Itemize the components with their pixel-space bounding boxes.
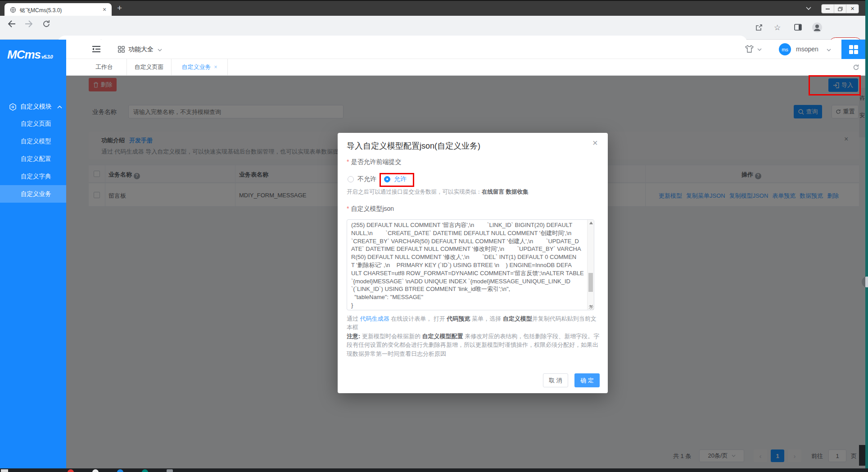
textarea-scrollbar[interactable] [587,220,594,310]
tab-close-icon[interactable]: × [214,64,217,70]
logo-text: MCms [7,48,41,61]
screen: 铭飞MCms(5.3.0) × + ✕ 不安全 [0,0,868,472]
taskbar-icon[interactable] [1,469,8,472]
tab-close-icon[interactable]: × [103,6,106,13]
sidebar-item-label: 自定义业务 [21,190,51,198]
sidebar-item-custom-config[interactable]: 自定义配置 [0,150,66,168]
sidebar-item-label: 自定义配置 [21,155,51,163]
browser-tab-strip: 铭飞MCms(5.3.0) × + ✕ [0,0,865,16]
taskbar-icon[interactable] [92,469,99,472]
theme-tshirt-icon[interactable] [745,45,754,53]
sidebar-item-custom-model[interactable]: 自定义模型 [0,132,66,150]
browser-tab-title: 铭飞MCms(5.3.0) [20,7,62,14]
sidebar-group-label: 自定义模块 [20,103,52,111]
model-json-content: (255) DEFAULT NULL COMMENT '留言内容',\n `LI… [351,221,586,309]
close-window-button[interactable]: ✕ [846,5,859,13]
sidebar-item-label: 自定义模型 [21,137,51,145]
side-panel-icon[interactable] [794,24,802,31]
app-logo[interactable]: MCmsv5.3.0 [7,48,53,62]
dialog-note: 通过 代码生成器 在线设计表单， 打开 代码预览 菜单，选择 自定义模型并复制代… [347,314,600,358]
minimize-button[interactable] [822,5,834,13]
top-menu-label[interactable]: 功能大全 [128,45,154,54]
scroll-thumb[interactable] [588,273,593,292]
annotation-allow-radio [380,173,414,187]
forward-icon[interactable] [24,20,33,28]
page-tab-label: 工作台 [95,63,113,71]
desktop-edge [865,0,868,472]
bookmark-star-icon[interactable]: ☆ [774,23,781,32]
taskbar-icon[interactable] [142,469,148,472]
radio-deny-label[interactable]: 不允许 [357,175,376,183]
globe-icon [10,7,16,13]
logo-version: v5.3.0 [41,54,53,59]
app-header: 功能大全 ms msopen [66,40,865,59]
taskbar-icon[interactable] [167,469,173,472]
sidebar-item-custom-business[interactable]: 自定义业务 [0,185,66,203]
dialog-close-icon[interactable]: × [592,138,598,148]
reload-icon[interactable] [42,20,50,28]
page-tab-label: 自定义业务 [181,63,211,71]
sidebar-group-custom-module[interactable]: 自定义模块 [0,98,66,115]
dialog-title: 导入自定义模型配置json(自定义业务) [347,141,480,151]
annotation-import-button [809,75,861,95]
collapse-sidebar-icon[interactable] [92,45,100,53]
window-controls: ✕ [821,4,859,14]
sidebar-item-custom-dict[interactable]: 自定义字典 [0,168,66,185]
chevron-down-icon[interactable] [827,49,831,51]
sidebar-item-custom-page[interactable]: 自定义页面 [0,115,66,132]
taskbar [0,468,868,472]
model-json-label: *自定义模型json [347,205,394,213]
page-tab-custom-page[interactable]: 自定义页面 [127,59,172,75]
chevron-up-icon [57,105,62,109]
confirm-button[interactable]: 确 定 [574,373,600,387]
back-icon[interactable] [7,20,16,28]
tab-list-chevron-icon[interactable] [806,7,811,10]
browser-toolbar: 不安全 192.168.0.62:8080/ms/index.do ☆ 更新 ⋮ [0,16,865,40]
app-launcher-button[interactable] [841,40,865,59]
share-icon[interactable] [755,23,763,32]
radio-deny[interactable] [348,176,354,182]
app-sidebar: MCmsv5.3.0 自定义模块 自定义页面 自定义模型 自定义配置 自定义字典… [0,40,66,468]
sidebar-item-label: 自定义页面 [21,120,51,128]
allow-submit-label: *是否允许前端提交 [347,158,401,166]
restore-button[interactable] [834,5,847,13]
new-tab-button[interactable]: + [117,3,122,13]
tabs-refresh-icon[interactable] [853,64,859,71]
page-tab-label: 自定义页面 [135,63,164,71]
cancel-button[interactable]: 取 消 [543,373,568,387]
resize-handle[interactable] [589,305,593,309]
apps-grid-icon [118,46,125,53]
browser-tab[interactable]: 铭飞MCms(5.3.0) × [5,3,112,17]
username[interactable]: msopen [796,45,818,53]
user-avatar[interactable]: ms [779,43,791,55]
profile-avatar-icon[interactable] [812,22,823,33]
module-cube-icon [9,103,17,111]
allow-submit-helper: 开启之后可以通过接口提交业务数据，可以实现类似：在线留言 数据收集 [347,188,528,196]
page-tab-workbench[interactable]: 工作台 [82,59,127,75]
page-tabs-row: 工作台 自定义页面 自定义业务 × [66,59,865,76]
taskbar-icon[interactable] [68,469,74,472]
sidebar-item-label: 自定义字典 [21,172,51,181]
chevron-down-icon[interactable] [158,49,162,51]
avatar-initials: ms [782,47,788,52]
import-model-dialog: 导入自定义模型配置json(自定义业务) × *是否允许前端提交 不允许 允许 … [338,133,608,393]
model-json-textarea[interactable]: (255) DEFAULT NULL COMMENT '留言内容',\n `LI… [347,219,594,310]
page-tab-custom-business[interactable]: 自定义业务 × [172,59,228,75]
chevron-down-icon[interactable] [757,48,762,51]
scroll-up-arrow[interactable] [589,222,593,224]
taskbar-icon[interactable] [117,469,123,472]
